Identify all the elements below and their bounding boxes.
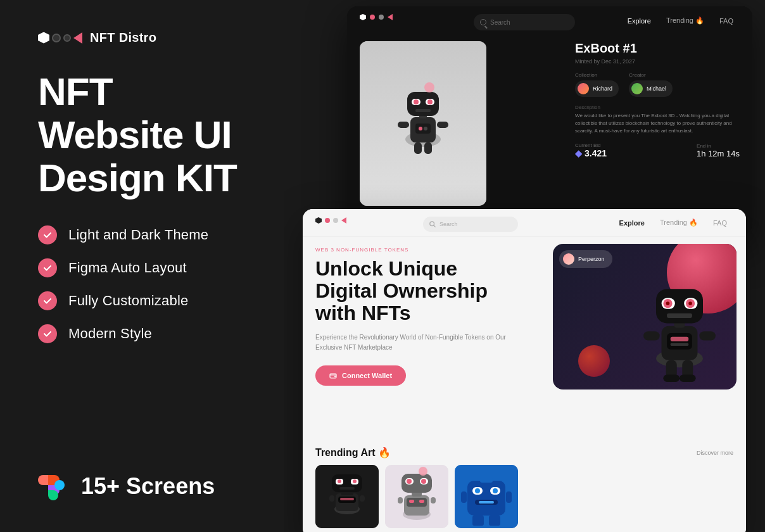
svg-point-12 [414,99,419,104]
svg-rect-3 [398,122,409,128]
svg-rect-28 [671,343,688,346]
dark-search-bar[interactable]: Search [474,14,575,30]
svg-point-7 [424,127,427,130]
dark-nav-explore[interactable]: Explore [628,17,651,25]
dark-detail-panel: ExBoot #1 Minted by Dec 31, 2027 Collect… [575,41,740,158]
light-search-bar[interactable]: Search [423,217,518,232]
light-hex-icon [315,217,322,224]
features-list: Light and Dark Theme Figma Auto Layout F… [38,225,266,343]
bid-amount: 3.421 [585,148,607,158]
svg-rect-24 [643,331,660,340]
dark-logo-row [360,14,393,20]
dark-screenshot: Explore Trending 🔥 FAQ Search [347,6,752,234]
light-nav: Explore Trending 🔥 FAQ [303,209,746,237]
trending-card-1[interactable] [315,465,379,528]
checkmark-icon [42,230,53,240]
dot-shape-icon [63,34,71,42]
light-nav-explore[interactable]: Explore [619,219,645,227]
dark-nft-card [360,41,486,206]
light-dot1-icon [325,218,330,223]
svg-line-19 [434,225,436,227]
dark-price-row: Current Bid ◆ 3.421 End in 1h 12m 14s [575,142,740,158]
dark-description: We would like to present you The Exboot … [575,112,740,135]
svg-point-35 [666,301,670,305]
light-nav-trending[interactable]: Trending 🔥 [660,218,698,227]
svg-rect-64 [431,497,436,504]
trending-card-2[interactable] [385,465,448,528]
main-title: NFT Website UI Design KIT Light and Dark… [38,70,266,343]
eth-diamond-icon: ◆ [575,148,582,158]
svg-rect-55 [339,487,355,490]
michael-name: Michael [647,86,666,92]
svg-rect-61 [419,500,424,503]
light-logo-row [315,217,346,224]
feature-item-1: Light and Dark Theme [38,225,266,244]
discover-more-link[interactable]: Discover more [697,450,733,456]
svg-rect-40 [663,375,680,382]
svg-point-53 [338,479,341,483]
light-tri-icon [341,217,346,224]
connect-btn-label: Connect Wallet [342,372,392,379]
hero-subtitle: Experience the Revolutionary World of No… [315,332,531,353]
hero-sphere-small [578,345,610,377]
svg-point-15 [424,82,434,92]
light-nav-faq[interactable]: FAQ [713,219,727,227]
brand-name: NFT Distro [90,30,156,45]
figma-icon [38,471,68,502]
light-search-icon [429,221,436,227]
screens-count: 15+ Screens [81,473,215,500]
svg-point-36 [688,301,692,305]
left-panel: NFT Distro NFT Website UI Design KIT Lig… [0,0,304,532]
dark-nav-faq[interactable]: FAQ [719,17,733,25]
dark-timer: 1h 12m 14s [697,149,740,158]
svg-rect-48 [329,495,334,502]
feature-text-1: Light and Dark Theme [68,227,208,243]
dark-collection-label: Collection [575,72,619,78]
svg-point-54 [353,479,357,483]
robot-svg-dark [391,82,455,165]
feature-item-3: Fully Customizable [38,291,266,310]
dark-search-icon [480,19,486,25]
dark-collection-col: Collection Richard [575,72,619,97]
checkmark-icon-2 [42,263,53,273]
hex-shape-icon [38,32,49,44]
dark-nft-date: Minted by Dec 31, 2027 [575,58,740,65]
svg-rect-60 [409,500,414,503]
triangle-shape-icon [73,32,82,44]
svg-rect-5 [415,124,431,134]
dark-dot2-icon [379,15,384,20]
dark-hex-icon [360,14,366,20]
svg-point-75 [475,488,480,493]
light-robot-svg [629,276,730,390]
svg-rect-4 [437,122,448,128]
svg-point-69 [421,479,426,484]
page-title: NFT Website UI Design KIT [38,70,266,200]
feature-text-4: Modern Style [68,326,152,342]
trending-cards [315,465,733,528]
dark-creator-pill[interactable]: Michael [629,80,673,97]
right-panel: Explore Trending 🔥 FAQ Search [284,0,765,532]
connect-wallet-button[interactable]: Connect Wallet [315,365,406,386]
dark-collection-pill[interactable]: Richard [575,80,619,97]
hero-tag: WEB 3 NON-FUNGIBLE TOKENS [315,247,531,253]
svg-rect-81 [489,516,500,526]
trending-card-3[interactable] [455,465,518,528]
richard-name: Richard [593,86,612,92]
svg-rect-46 [340,498,354,500]
trending-robot-1 [315,465,379,528]
svg-point-21 [334,376,336,377]
trending-section: Trending Art 🔥 Discover more [303,437,746,532]
dark-nav-trending[interactable]: Trending 🔥 [666,16,704,25]
svg-point-6 [419,127,422,130]
svg-rect-78 [479,501,494,504]
light-screenshot: Explore Trending 🔥 FAQ Search WEB 3 NON-… [303,209,746,532]
svg-point-13 [427,99,433,104]
svg-rect-26 [667,333,692,350]
dark-robot-image [360,41,486,206]
wallet-icon [329,372,337,379]
svg-point-68 [407,479,412,484]
svg-rect-41 [680,375,696,382]
dark-search-placeholder: Search [490,19,510,26]
svg-rect-80 [472,516,484,526]
check-icon-4 [38,324,57,343]
